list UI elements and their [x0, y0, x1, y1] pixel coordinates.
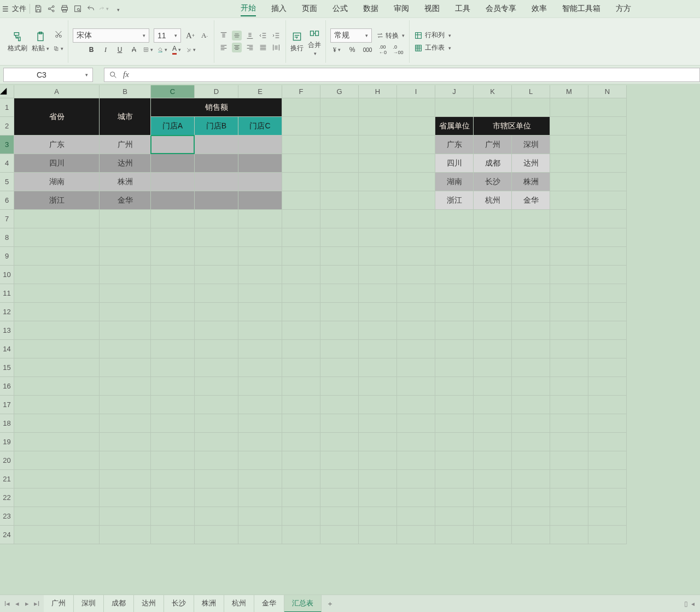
cell[interactable] [397, 470, 435, 489]
cell[interactable] [588, 173, 627, 191]
cell[interactable] [512, 266, 550, 284]
cell[interactable] [195, 507, 238, 526]
nav-next-icon[interactable]: ▸ [23, 599, 31, 608]
row-header[interactable]: 19 [0, 433, 14, 451]
tab-审阅[interactable]: 审阅 [394, 2, 409, 16]
name-box[interactable]: C3▾ [3, 68, 93, 82]
nav-prev-icon[interactable]: ◂ [13, 599, 21, 608]
cell[interactable] [151, 507, 195, 526]
tab-效率[interactable]: 效率 [532, 2, 547, 16]
cell[interactable] [397, 414, 435, 433]
cell[interactable]: 达州 [512, 154, 550, 173]
cell[interactable] [359, 340, 397, 358]
cell[interactable] [359, 117, 397, 136]
cell[interactable] [474, 451, 512, 470]
cell[interactable] [397, 433, 435, 451]
cell[interactable] [151, 377, 195, 396]
cell[interactable] [238, 489, 282, 507]
cell[interactable]: 广州 [100, 136, 151, 154]
cell[interactable] [550, 247, 588, 266]
cell[interactable] [14, 321, 100, 340]
file-menu[interactable]: 文件 [12, 4, 26, 14]
cell[interactable] [474, 284, 512, 303]
cell[interactable] [100, 228, 151, 247]
rowcol-button[interactable]: 行和列 [414, 31, 451, 40]
cell[interactable] [151, 303, 195, 321]
cell[interactable] [512, 396, 550, 414]
cell[interactable] [550, 117, 588, 136]
cell[interactable] [474, 377, 512, 396]
cell[interactable] [397, 321, 435, 340]
font-name-select[interactable]: 宋体▾ [73, 28, 149, 43]
cell[interactable] [397, 117, 435, 136]
row-header[interactable]: 24 [0, 526, 14, 544]
cell[interactable] [435, 210, 474, 228]
cell[interactable] [320, 321, 359, 340]
cell[interactable] [282, 321, 320, 340]
format-painter-button[interactable]: 格式刷 [8, 31, 27, 53]
cell[interactable] [238, 377, 282, 396]
cell[interactable] [397, 98, 435, 117]
decrease-decimal-icon[interactable]: .0→00 [393, 45, 403, 55]
cell[interactable] [397, 377, 435, 396]
cell[interactable] [14, 507, 100, 526]
cell[interactable] [359, 507, 397, 526]
cell[interactable] [282, 414, 320, 433]
cell[interactable] [435, 433, 474, 451]
tab-数据[interactable]: 数据 [363, 2, 378, 16]
nav-first-icon[interactable]: I◂ [3, 599, 11, 608]
cell[interactable] [550, 266, 588, 284]
col-header[interactable]: C [151, 85, 195, 98]
tab-公式[interactable]: 公式 [332, 2, 348, 16]
tab-方方[interactable]: 方方 [616, 2, 631, 16]
row-header[interactable]: 9 [0, 247, 14, 266]
cell[interactable]: 广州 [474, 136, 512, 154]
cell[interactable] [238, 228, 282, 247]
cell[interactable] [550, 451, 588, 470]
cell[interactable] [282, 303, 320, 321]
cell[interactable] [397, 303, 435, 321]
cell[interactable] [282, 136, 320, 154]
cell[interactable] [588, 489, 627, 507]
cell[interactable] [512, 98, 550, 117]
cell[interactable] [588, 470, 627, 489]
preview-icon[interactable] [73, 4, 83, 14]
cell[interactable] [282, 266, 320, 284]
cell[interactable] [151, 284, 195, 303]
cell[interactable] [151, 414, 195, 433]
cell[interactable] [151, 154, 195, 173]
col-header[interactable]: M [550, 85, 588, 98]
cell[interactable] [512, 228, 550, 247]
cell[interactable] [397, 266, 435, 284]
sheet-tab[interactable]: 汇总表 [284, 595, 322, 613]
cell[interactable] [474, 396, 512, 414]
spreadsheet-grid[interactable]: ◢ ABCDEFGHIJKLMN 12345678910111213141516… [0, 85, 700, 595]
cell[interactable] [512, 284, 550, 303]
decrease-font-icon[interactable]: A- [200, 31, 209, 40]
cell[interactable] [195, 526, 238, 544]
cell[interactable] [238, 433, 282, 451]
cell[interactable] [14, 284, 100, 303]
cell[interactable] [588, 284, 627, 303]
cell[interactable] [151, 321, 195, 340]
distribute-icon[interactable] [271, 43, 281, 52]
cell[interactable] [238, 173, 282, 191]
cell[interactable] [512, 414, 550, 433]
cell[interactable]: 金华 [512, 191, 550, 210]
sheet-tab[interactable]: 杭州 [224, 595, 254, 613]
cell[interactable] [282, 228, 320, 247]
cell[interactable] [397, 340, 435, 358]
sheet-nav[interactable]: I◂◂▸▸I [0, 599, 44, 608]
save-icon[interactable] [33, 4, 43, 14]
cell[interactable] [359, 303, 397, 321]
cell[interactable] [397, 154, 435, 173]
cell[interactable] [512, 377, 550, 396]
cell[interactable] [320, 284, 359, 303]
cell[interactable] [195, 266, 238, 284]
align-top-icon[interactable] [219, 31, 229, 40]
cell[interactable] [550, 433, 588, 451]
cell[interactable] [14, 266, 100, 284]
cell[interactable] [435, 228, 474, 247]
cell[interactable] [320, 266, 359, 284]
cell[interactable] [588, 136, 627, 154]
